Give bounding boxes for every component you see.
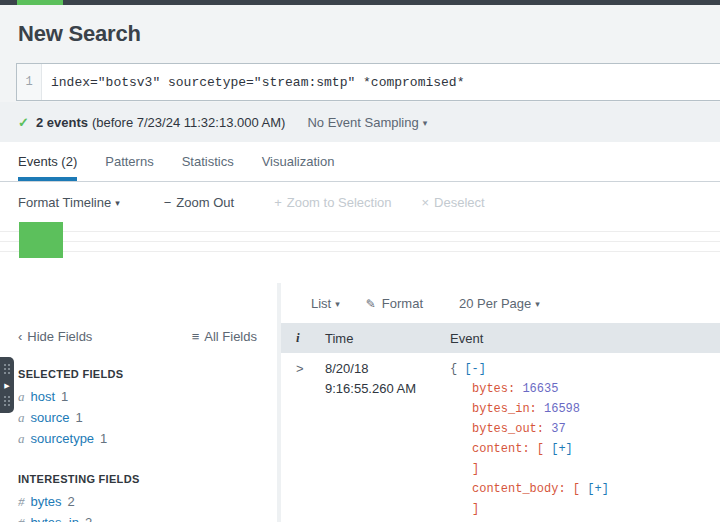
format-timeline-label: Format Timeline xyxy=(18,195,111,210)
json-key: [ xyxy=(566,482,588,496)
event-time: 9:16:55.260 AM xyxy=(325,379,450,399)
results-main: ‹Hide Fields ≡All Fields SELECTED FIELDS… xyxy=(0,283,720,522)
event-sampling-label: No Event Sampling xyxy=(307,115,418,130)
caret-down-icon: ▾ xyxy=(335,299,340,309)
field-type-prefix: # xyxy=(18,515,25,522)
all-fields-button[interactable]: ≡All Fields xyxy=(192,329,257,344)
timeline-histogram[interactable] xyxy=(0,222,720,258)
event-json-body: { [-]bytes: 16635bytes_in: 16598bytes_ou… xyxy=(450,359,720,519)
tab-patterns[interactable]: Patterns xyxy=(105,142,153,181)
timeline-bar[interactable] xyxy=(19,222,63,258)
json-line: ] xyxy=(450,459,720,479)
sidebar-collapse-handle[interactable]: ▶ xyxy=(0,357,14,413)
search-input[interactable]: 1 index="botsv3" sourcetype="stream:smtp… xyxy=(16,63,720,101)
field-item-host[interactable]: ahost1 xyxy=(18,386,277,407)
zoom-out-button[interactable]: −Zoom Out xyxy=(164,195,234,210)
json-line: content_body: [ [+] xyxy=(450,479,720,499)
selected-fields-header: SELECTED FIELDS xyxy=(18,368,277,380)
field-item-sourcetype[interactable]: asourcetype1 xyxy=(18,428,277,449)
page-header: New Search xyxy=(0,5,720,62)
field-name: bytes xyxy=(31,494,62,509)
field-count: 1 xyxy=(76,410,83,425)
zoom-to-selection-button[interactable]: +Zoom to Selection xyxy=(274,195,391,210)
field-item-source[interactable]: asource1 xyxy=(18,407,277,428)
column-info: i xyxy=(296,330,325,346)
pencil-icon: ✎ xyxy=(366,297,376,311)
hide-fields-button[interactable]: ‹Hide Fields xyxy=(18,329,92,344)
chevron-left-icon: ‹ xyxy=(18,329,22,344)
app-topbar xyxy=(0,0,720,5)
event-date: 8/20/18 xyxy=(325,359,450,379)
json-line: bytes: 16635 xyxy=(450,379,720,399)
interesting-fields-list: #bytes2#bytes_in2 xyxy=(0,491,277,522)
search-query-text[interactable]: index="botsv3" sourcetype="stream:smtp" … xyxy=(42,64,720,100)
minus-icon: − xyxy=(164,195,172,210)
zoom-to-selection-label: Zoom to Selection xyxy=(287,195,392,210)
tab-events[interactable]: Events (2) xyxy=(18,142,77,181)
json-key: content_body: xyxy=(472,482,566,496)
field-item-bytes_in[interactable]: #bytes_in2 xyxy=(18,512,277,522)
tab-visualization[interactable]: Visualization xyxy=(262,142,335,181)
event-row: > 8/20/18 9:16:55.260 AM { [-]bytes: 166… xyxy=(281,353,720,519)
json-key: bytes_out: xyxy=(472,422,544,436)
json-line: { [-] xyxy=(450,359,720,379)
deselect-button[interactable]: ×Deselect xyxy=(422,195,485,210)
events-panel: List▾ ✎Format 20 Per Page▾ i Time Event … xyxy=(281,283,720,522)
events-toolbar: List▾ ✎Format 20 Per Page▾ xyxy=(281,283,720,323)
caret-down-icon: ▾ xyxy=(535,299,540,309)
column-time: Time xyxy=(325,331,450,346)
expand-event-chevron-icon[interactable]: > xyxy=(296,359,325,519)
close-icon: × xyxy=(422,195,430,210)
field-count: 1 xyxy=(61,389,68,404)
json-key: bytes: xyxy=(472,382,515,396)
json-punct: { xyxy=(450,362,464,376)
caret-down-icon: ▾ xyxy=(423,118,428,128)
all-fields-label: All Fields xyxy=(204,329,257,344)
json-key: ] xyxy=(472,502,479,516)
hide-fields-label: Hide Fields xyxy=(27,329,92,344)
per-page-dropdown[interactable]: 20 Per Page▾ xyxy=(459,296,540,311)
field-count: 1 xyxy=(100,431,107,446)
json-toggle-link[interactable]: [+] xyxy=(587,482,609,496)
json-num: 37 xyxy=(551,422,565,436)
event-sampling-dropdown[interactable]: No Event Sampling▾ xyxy=(307,115,427,130)
field-name: bytes_in xyxy=(31,515,79,522)
format-results-button[interactable]: ✎Format xyxy=(366,296,423,311)
tab-statistics[interactable]: Statistics xyxy=(182,142,234,181)
event-timestamp: 8/20/18 9:16:55.260 AM xyxy=(325,359,450,519)
json-toggle-link[interactable]: [-] xyxy=(464,362,486,376)
list-view-label: List xyxy=(311,296,331,311)
timeline-controls: Format Timeline▾ −Zoom Out +Zoom to Sele… xyxy=(0,182,720,222)
json-line: bytes_in: 16598 xyxy=(450,399,720,419)
field-name: sourcetype xyxy=(31,431,95,446)
field-name: source xyxy=(31,410,70,425)
result-info-bar: ✓ 2 events (before 7/23/24 11:32:13.000 … xyxy=(0,102,720,142)
json-key: bytes_in: xyxy=(472,402,537,416)
interesting-fields-header: INTERESTING FIELDS xyxy=(18,473,277,485)
field-type-prefix: a xyxy=(18,410,25,425)
field-item-bytes[interactable]: #bytes2 xyxy=(18,491,277,512)
fields-sidebar: ‹Hide Fields ≡All Fields SELECTED FIELDS… xyxy=(0,283,277,522)
drag-dots-icon xyxy=(4,396,10,406)
json-num: 16635 xyxy=(522,382,558,396)
search-bar-row: 1 index="botsv3" sourcetype="stream:smtp… xyxy=(0,62,720,102)
json-key: ] xyxy=(472,462,479,476)
list-view-dropdown[interactable]: List▾ xyxy=(311,296,340,311)
json-key: [ xyxy=(530,442,552,456)
field-type-prefix: a xyxy=(18,431,25,446)
page-title: New Search xyxy=(18,21,141,47)
field-type-prefix: # xyxy=(18,494,25,509)
per-page-label: 20 Per Page xyxy=(459,296,531,311)
column-event: Event xyxy=(450,331,720,346)
field-name: host xyxy=(31,389,56,404)
json-key: content: xyxy=(472,442,530,456)
json-line: bytes_out: 37 xyxy=(450,419,720,439)
json-punct xyxy=(537,402,544,416)
format-timeline-dropdown[interactable]: Format Timeline▾ xyxy=(18,195,120,210)
success-check-icon: ✓ xyxy=(18,115,29,130)
plus-icon: + xyxy=(274,195,282,210)
json-line: ] xyxy=(450,499,720,519)
json-toggle-link[interactable]: [+] xyxy=(551,442,573,456)
list-icon: ≡ xyxy=(192,329,200,344)
caret-down-icon: ▾ xyxy=(115,198,120,208)
